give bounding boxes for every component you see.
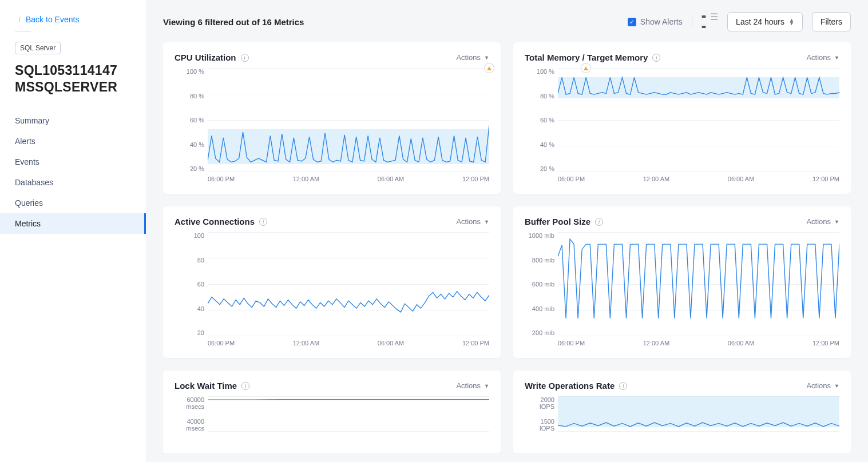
- divider: [15, 31, 31, 31]
- server-name-line1: SQL1053114147: [15, 62, 131, 79]
- actions-menu[interactable]: Actions▼: [456, 381, 489, 390]
- chevron-down-icon: ▼: [484, 55, 489, 61]
- info-icon[interactable]: i: [241, 54, 249, 62]
- y-axis-labels: 60000 msecs40000 msecs: [175, 396, 208, 432]
- chart-title: Lock Wait Time: [175, 381, 237, 391]
- chevron-down-icon: ▼: [484, 219, 489, 225]
- time-range-selector[interactable]: Last 24 hours ▲▼: [727, 12, 803, 31]
- actions-menu[interactable]: Actions▼: [456, 53, 489, 62]
- show-alerts-label: Show Alerts: [640, 17, 683, 26]
- nav-item-events[interactable]: Events: [0, 152, 146, 172]
- chart-card-writeops: Write Operations RateiActions▼2000 IOPS1…: [513, 371, 851, 453]
- filters-label: Filters: [821, 17, 842, 26]
- separator: [692, 17, 692, 27]
- main: Viewing 6 filtered out of 16 Metrics ✓ S…: [146, 0, 868, 462]
- actions-menu[interactable]: Actions▼: [806, 217, 839, 226]
- plot-area: [558, 232, 839, 336]
- chart-canvas: 60000 msecs40000 msecs: [175, 396, 489, 448]
- info-icon[interactable]: i: [241, 382, 249, 390]
- nav-item-metrics[interactable]: Metrics: [0, 213, 146, 234]
- server-name: SQL1053114147 MSSQLSERVER: [0, 62, 146, 110]
- view-mode-toggle: ▪▪▪▪ ☰: [701, 11, 718, 32]
- plot-area: [558, 68, 839, 172]
- actions-label: Actions: [456, 53, 481, 62]
- y-axis-labels: 100 %80 %60 %40 %20 %: [175, 68, 208, 172]
- actions-label: Actions: [806, 381, 831, 390]
- chart-canvas: 1008060402006:00 PM12:00 AM06:00 AM12:00…: [175, 232, 489, 352]
- actions-menu[interactable]: Actions▼: [456, 217, 489, 226]
- chart-canvas: 2000 IOPS1500 IOPS: [525, 396, 839, 448]
- viewing-text: Viewing 6 filtered out of 16 Metrics: [163, 17, 619, 27]
- list-view-icon[interactable]: ☰: [710, 11, 718, 32]
- plot-area: [208, 232, 489, 336]
- chart-canvas: 100 %80 %60 %40 %20 %06:00 PM12:00 AM06:…: [525, 68, 839, 188]
- chart-title: Write Operations Rate: [525, 381, 615, 391]
- chevron-left-icon: 〈: [15, 15, 21, 24]
- filters-button[interactable]: Filters: [812, 12, 851, 31]
- sidebar: 〈 Back to Events SQL Server SQL105311414…: [0, 0, 146, 462]
- chevron-down-icon: ▼: [834, 219, 839, 225]
- y-axis-labels: 10080604020: [175, 232, 208, 336]
- chart-card-connections: Active ConnectionsiActions▼1008060402006…: [163, 206, 501, 358]
- y-axis-labels: 2000 IOPS1500 IOPS: [525, 396, 558, 432]
- chart-canvas: 100 %80 %60 %40 %20 %06:00 PM12:00 AM06:…: [175, 68, 489, 188]
- x-axis-labels: 06:00 PM12:00 AM06:00 AM12:00 PM: [558, 340, 839, 352]
- nav-item-alerts[interactable]: Alerts: [0, 131, 146, 152]
- plot-area: [208, 396, 489, 432]
- actions-menu[interactable]: Actions▼: [806, 53, 839, 62]
- x-axis-labels: 06:00 PM12:00 AM06:00 AM12:00 PM: [208, 176, 489, 188]
- show-alerts-toggle[interactable]: ✓ Show Alerts: [628, 17, 683, 26]
- chart-title: Active Connections: [175, 217, 255, 226]
- actions-label: Actions: [806, 217, 831, 226]
- chart-canvas: 1000 mib800 mib600 mib400 mib200 mib06:0…: [525, 232, 839, 352]
- plot-area: [558, 396, 839, 432]
- actions-label: Actions: [456, 381, 481, 390]
- actions-label: Actions: [806, 53, 831, 62]
- charts-grid: CPU UtilizationiActions▼100 %80 %60 %40 …: [146, 42, 868, 462]
- chart-title: CPU Utilization: [175, 53, 236, 62]
- nav-item-queries[interactable]: Queries: [0, 193, 146, 213]
- chart-card-cpu: CPU UtilizationiActions▼100 %80 %60 %40 …: [163, 42, 501, 194]
- alert-marker-icon[interactable]: [484, 63, 494, 73]
- y-axis-labels: 100 %80 %60 %40 %20 %: [525, 68, 558, 172]
- alert-marker-icon[interactable]: [581, 63, 591, 73]
- back-link-label: Back to Events: [26, 15, 79, 24]
- nav-item-databases[interactable]: Databases: [0, 172, 146, 193]
- chevron-down-icon: ▼: [834, 383, 839, 389]
- time-range-label: Last 24 hours: [736, 17, 784, 26]
- info-icon[interactable]: i: [652, 54, 660, 62]
- actions-label: Actions: [456, 217, 481, 226]
- chart-card-lockwait: Lock Wait TimeiActions▼60000 msecs40000 …: [163, 371, 501, 453]
- chart-title: Total Memory / Target Memory: [525, 53, 648, 62]
- chevron-down-icon: ▼: [834, 55, 839, 61]
- grid-view-icon[interactable]: ▪▪▪▪: [701, 11, 704, 32]
- nav-item-summary[interactable]: Summary: [0, 110, 146, 131]
- chevron-down-icon: ▼: [484, 383, 489, 389]
- checkbox-checked-icon: ✓: [628, 18, 636, 26]
- info-icon[interactable]: i: [595, 218, 603, 226]
- server-name-line2: MSSQLSERVER: [15, 79, 131, 95]
- chart-card-buffer: Buffer Pool SizeiActions▼1000 mib800 mib…: [513, 206, 851, 358]
- plot-area: [208, 68, 489, 172]
- topbar: Viewing 6 filtered out of 16 Metrics ✓ S…: [146, 0, 868, 42]
- chart-title: Buffer Pool Size: [525, 217, 590, 226]
- y-axis-labels: 1000 mib800 mib600 mib400 mib200 mib: [525, 232, 558, 336]
- back-to-events-link[interactable]: 〈 Back to Events: [0, 15, 146, 31]
- x-axis-labels: 06:00 PM12:00 AM06:00 AM12:00 PM: [558, 176, 839, 188]
- actions-menu[interactable]: Actions▼: [806, 381, 839, 390]
- info-icon[interactable]: i: [259, 218, 267, 226]
- chart-card-memory: Total Memory / Target MemoryiActions▼100…: [513, 42, 851, 194]
- info-icon[interactable]: i: [619, 382, 627, 390]
- up-down-icon: ▲▼: [789, 18, 794, 26]
- x-axis-labels: 06:00 PM12:00 AM06:00 AM12:00 PM: [208, 340, 489, 352]
- server-type-tag: SQL Server: [15, 42, 61, 54]
